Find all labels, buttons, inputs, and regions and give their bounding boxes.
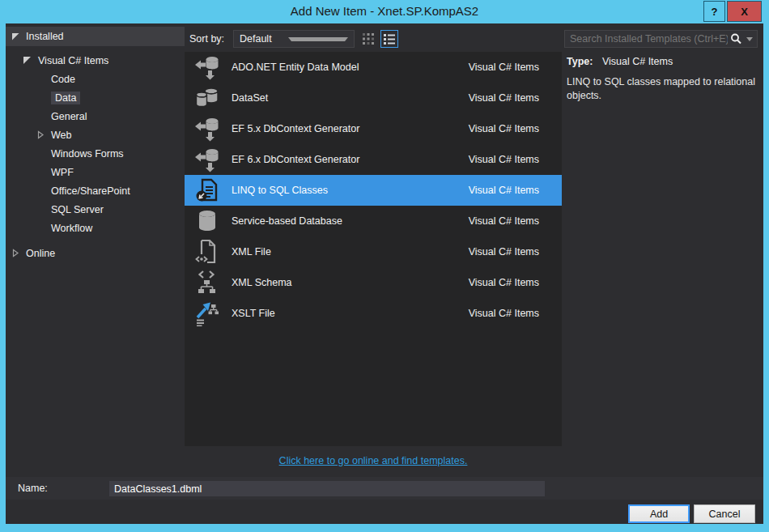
type-value: Visual C# Items (602, 56, 673, 67)
search-input[interactable] (565, 32, 729, 45)
entity-data-model-icon (194, 54, 220, 80)
add-button[interactable]: Add (628, 504, 690, 523)
collapsed-triangle-icon[interactable] (37, 130, 45, 139)
chevron-down-icon (288, 37, 349, 41)
entity-data-model-icon (194, 147, 220, 172)
collapsed-triangle-icon[interactable] (12, 249, 19, 257)
template-type-row: Type: Visual C# Items (567, 56, 759, 67)
name-label: Name: (18, 483, 48, 494)
xml-schema-icon (194, 270, 220, 296)
sort-by-value: Default (234, 33, 288, 45)
small-icons-view-button[interactable] (359, 30, 377, 48)
template-row-xslt-file[interactable]: XSLT File Visual C# Items (185, 298, 562, 329)
template-row-ef5-dbcontext-generator[interactable]: EF 5.x DbContext Generator Visual C# Ite… (185, 113, 562, 144)
template-row-ef6-dbcontext-generator[interactable]: EF 6.x DbContext Generator Visual C# Ite… (185, 144, 562, 175)
xml-file-icon (194, 239, 220, 265)
search-button[interactable] (729, 32, 757, 46)
dataset-icon (194, 85, 220, 111)
tree-item-web[interactable]: Web (6, 126, 185, 144)
template-row-linq-to-sql-classes[interactable]: LINQ to SQL Classes Visual C# Items (185, 175, 562, 206)
search-icon (729, 32, 743, 46)
cancel-button[interactable]: Cancel (694, 504, 755, 523)
template-row-ado-net-entity-data-model[interactable]: ADO.NET Entity Data Model Visual C# Item… (185, 52, 562, 83)
online-link-row: Click here to go online and find templat… (185, 455, 562, 466)
template-row-xml-schema[interactable]: XML Schema Visual C# Items (185, 267, 562, 298)
xslt-file-icon (194, 300, 220, 326)
tree-item-code[interactable]: Code (6, 70, 185, 88)
template-row-xml-file[interactable]: XML File Visual C# Items (185, 236, 562, 267)
tree-item-windows-forms[interactable]: Windows Forms (6, 144, 185, 163)
tree-item-online[interactable]: Online (6, 244, 191, 262)
tree-item-workflow[interactable]: Workflow (6, 219, 185, 237)
tree-item-visual-csharp-items[interactable]: Visual C# Items (6, 51, 185, 70)
sidebar-group-installed[interactable]: Installed (6, 27, 185, 46)
template-details: Type: Visual C# Items LINQ to SQL classe… (567, 56, 759, 103)
sidebar-group-label: Installed (26, 31, 64, 42)
database-icon (194, 208, 220, 234)
grid-view-icon (362, 32, 375, 45)
template-row-dataset[interactable]: DataSet Visual C# Items (185, 83, 562, 113)
list-view-button[interactable] (380, 30, 398, 48)
tree-item-office-sharepoint[interactable]: Office/SharePoint (6, 181, 185, 200)
go-online-link[interactable]: Click here to go online and find templat… (279, 455, 468, 466)
template-list: ADO.NET Entity Data Model Visual C# Item… (185, 52, 562, 446)
linq-to-sql-icon (194, 177, 220, 203)
template-description: LINQ to SQL classes mapped to relational… (567, 75, 759, 103)
tree-item-data[interactable]: Data (6, 88, 185, 107)
template-row-service-based-database[interactable]: Service-based Database Visual C# Items (185, 206, 562, 236)
type-label: Type: (567, 56, 593, 67)
search-box (564, 30, 758, 48)
installed-tree: Visual C# Items Code Data General Web Wi… (6, 51, 185, 237)
add-new-item-dialog: Installed Visual C# Items Code Data Gene… (6, 23, 763, 524)
entity-data-model-icon (194, 116, 220, 142)
name-input[interactable] (109, 481, 545, 496)
tree-item-wpf[interactable]: WPF (6, 163, 185, 181)
expanded-triangle-icon[interactable] (23, 57, 31, 64)
title-bar: Add New Item - Xnet.SP.KompAS2 ? X (0, 0, 769, 23)
window-title: Add New Item - Xnet.SP.KompAS2 (0, 4, 769, 18)
help-button[interactable]: ? (703, 1, 725, 22)
tree-item-general[interactable]: General (6, 107, 185, 126)
list-view-icon (383, 32, 396, 45)
chevron-down-icon (746, 37, 753, 41)
sort-by-label: Sort by: (189, 33, 224, 45)
expanded-triangle-icon[interactable] (12, 33, 19, 40)
sort-by-dropdown[interactable]: Default (233, 30, 355, 48)
tree-item-sql-server[interactable]: SQL Server (6, 200, 185, 219)
close-button[interactable]: X (727, 1, 762, 22)
